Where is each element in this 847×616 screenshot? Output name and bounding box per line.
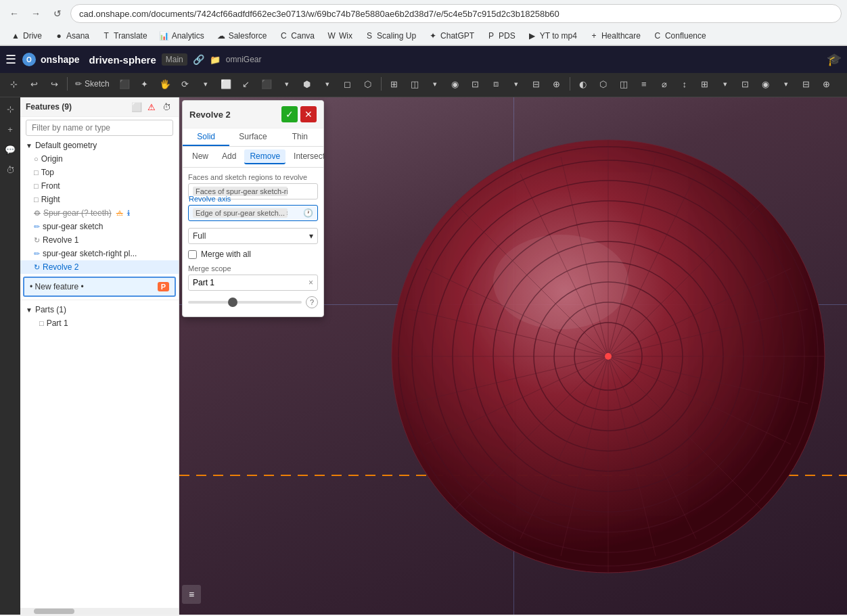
new-sketch-button[interactable]: ⬛ (115, 74, 134, 93)
tree-item-part1[interactable]: □ Part 1 (20, 316, 179, 330)
forward-button[interactable]: → (27, 5, 45, 22)
bookmark-scaling-up[interactable]: S Scaling Up (359, 29, 421, 43)
tree-item-spur-gear-sketch-right[interactable]: ✏ spur-gear sketch-right pl... (20, 247, 179, 260)
dialog-slider[interactable] (188, 301, 302, 304)
select-icon-btn[interactable]: ⊹ (1, 100, 19, 118)
address-bar[interactable] (70, 4, 842, 23)
axis-clear-icon[interactable]: × (286, 209, 288, 217)
subtab-new[interactable]: New (187, 149, 214, 164)
comment-icon-btn[interactable]: 💬 (1, 141, 19, 158)
tool-4[interactable]: 🖐 (156, 74, 175, 93)
bookmark-drive[interactable]: ▲ Drive (5, 29, 47, 43)
default-geometry-group[interactable]: ▼ Default geometry (20, 139, 179, 152)
tree-item-origin[interactable]: ○ Origin (20, 152, 179, 166)
tool-5[interactable]: ⟳ (176, 74, 195, 93)
info-icon[interactable]: ℹ (127, 209, 130, 218)
history-icon-btn[interactable]: ⏱ (1, 161, 19, 179)
tool-23[interactable]: ≡ (635, 74, 654, 93)
tree-item-spur-gear-sketch[interactable]: ✏ spur-gear sketch (20, 220, 179, 233)
tree-item-revolve1[interactable]: ↻ Revolve 1 (20, 233, 179, 247)
tool-14[interactable]: ◫ (405, 74, 424, 93)
select-tool-button[interactable]: ⊹ (4, 74, 23, 93)
h-scrollbar-thumb[interactable] (34, 609, 74, 614)
bookmark-healthcare[interactable]: + Healthcare (584, 29, 646, 43)
tool-8[interactable]: ⬛ (257, 74, 276, 93)
tab-surface[interactable]: Surface (229, 128, 276, 146)
tool-26b[interactable]: ▾ (716, 74, 735, 93)
axis-input-container[interactable]: Revolve axis Edge of spur-gear sketch...… (188, 205, 318, 221)
tool-5b[interactable]: ▾ (196, 74, 215, 93)
tool-29[interactable]: ⊟ (797, 74, 816, 93)
tool-21[interactable]: ⬡ (594, 74, 613, 93)
tool-6[interactable]: ⬜ (216, 74, 235, 93)
tool-10[interactable]: ⬢ (298, 74, 317, 93)
bookmark-asana[interactable]: ● Asana (49, 29, 95, 43)
clock-icon[interactable]: 🕐 (303, 208, 313, 218)
tree-item-top[interactable]: □ Top (20, 166, 179, 179)
bookmark-translate[interactable]: T Translate (96, 29, 153, 43)
parts-group[interactable]: ▼ Parts (1) (20, 303, 179, 316)
tool-17b[interactable]: ▾ (507, 74, 526, 93)
menu-icon[interactable]: ☰ (5, 52, 16, 67)
link-icon[interactable]: 🔗 (193, 54, 204, 65)
tool-20[interactable]: ◐ (574, 74, 593, 93)
dialog-ok-button[interactable]: ✓ (281, 106, 298, 122)
tool-13[interactable]: ⊞ (385, 74, 404, 93)
tree-item-front[interactable]: □ Front (20, 179, 179, 193)
undo-button[interactable]: ↩ (24, 74, 43, 93)
tree-item-right[interactable]: □ Right (20, 193, 179, 206)
tool-7[interactable]: ↙ (237, 74, 256, 93)
bookmark-salesforce[interactable]: ☁ Salesforce (211, 29, 273, 43)
merge-scope-field[interactable]: Part 1 × (188, 275, 318, 291)
bookmark-confluence[interactable]: C Confluence (647, 29, 712, 43)
bookmark-canva[interactable]: C Canva (273, 29, 320, 43)
new-feature-bar[interactable]: • New feature • P (23, 277, 176, 297)
back-button[interactable]: ← (5, 5, 23, 22)
tree-item-revolve2[interactable]: ↻ Revolve 2 (20, 260, 179, 274)
tool-17[interactable]: ⧈ (486, 74, 505, 93)
sketch-tool[interactable]: ✏ Sketch (71, 79, 114, 89)
tool-12[interactable]: ⬡ (359, 74, 377, 93)
slider-thumb[interactable] (228, 298, 237, 307)
tool-22[interactable]: ◫ (614, 74, 633, 93)
refresh-button[interactable]: ↺ (49, 5, 66, 22)
tree-item-spur-gear[interactable]: ⚙ Spur gear (? teeth) ⚠ ℹ (20, 206, 179, 220)
tool-30[interactable]: ⊕ (817, 74, 836, 93)
feature-tree-action-3[interactable]: ⏱ (160, 100, 173, 114)
feature-tree-action-2[interactable]: ⚠ (145, 100, 158, 114)
bookmark-analytics[interactable]: 📊 Analytics (154, 29, 210, 43)
bookmark-wix[interactable]: W Wix (321, 29, 358, 43)
bookmark-chatgpt[interactable]: ✦ ChatGPT (423, 29, 480, 43)
full-select[interactable]: Full ▾ (188, 228, 318, 244)
tool-11[interactable]: ◻ (338, 74, 357, 93)
help-button[interactable]: ? (306, 296, 318, 308)
tool-28[interactable]: ◉ (756, 74, 775, 93)
tool-25[interactable]: ↕ (675, 74, 694, 93)
graduate-icon[interactable]: 🎓 (827, 52, 842, 67)
tab-solid[interactable]: Solid (183, 128, 229, 146)
dialog-cancel-button[interactable]: ✕ (300, 106, 317, 122)
tool-10b[interactable]: ▾ (318, 74, 337, 93)
branch-label[interactable]: Main (162, 53, 187, 66)
h-scrollbar[interactable] (20, 608, 179, 615)
tool-9[interactable]: ▾ (277, 74, 296, 93)
tool-3[interactable]: ✦ (135, 74, 154, 93)
tool-24[interactable]: ⌀ (655, 74, 674, 93)
tool-19[interactable]: ⊕ (547, 74, 566, 93)
tool-14b[interactable]: ▾ (426, 74, 444, 93)
tool-18[interactable]: ⊟ (527, 74, 546, 93)
tool-16[interactable]: ⊡ (466, 74, 485, 93)
tool-28b[interactable]: ▾ (777, 74, 796, 93)
subtab-remove[interactable]: Remove (244, 149, 285, 164)
tool-27[interactable]: ⊡ (736, 74, 755, 93)
merge-scope-x-icon[interactable]: × (308, 278, 313, 287)
tab-thin[interactable]: Thin (277, 128, 323, 146)
tool-15[interactable]: ◉ (446, 74, 465, 93)
bookmark-yt-to-mp4[interactable]: ▶ YT to mp4 (522, 29, 582, 43)
merge-with-all-checkbox[interactable] (188, 250, 197, 259)
bookmark-pds[interactable]: P PDS (481, 29, 521, 43)
add-icon-btn[interactable]: + (1, 120, 19, 138)
redo-button[interactable]: ↪ (45, 74, 64, 93)
feature-tree-action-1[interactable]: ⬜ (130, 100, 143, 114)
feature-filter-input[interactable] (26, 120, 173, 136)
